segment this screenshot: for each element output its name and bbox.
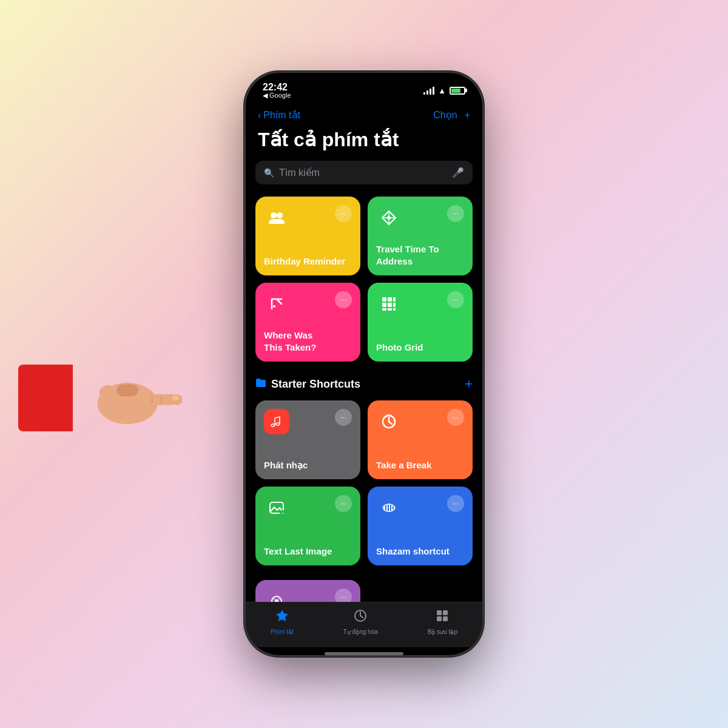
photo-grid-name: Photo Grid: [376, 342, 464, 354]
shortcut-card-text-image[interactable]: + ··· Text Last Image: [255, 487, 360, 565]
status-icons: ▲: [423, 86, 465, 95]
svg-point-7: [172, 396, 179, 401]
back-button-label[interactable]: Phím tắt: [263, 109, 300, 121]
svg-rect-14: [382, 297, 386, 302]
content-area: Tất cả phím tắt 🔍 Tìm kiếm 🎤: [246, 128, 482, 602]
phone-frame: 22:42 ◀ Google ▲: [246, 73, 482, 655]
choose-button[interactable]: Chọn: [433, 109, 457, 121]
starter-section-title: Starter Shortcuts: [271, 378, 360, 391]
microphone-icon[interactable]: 🎤: [452, 167, 464, 178]
svg-rect-40: [437, 610, 442, 615]
starter-folder-icon: [255, 378, 266, 390]
text-image-icon: +: [264, 495, 289, 521]
shortcuts-tab-icon: [275, 608, 289, 627]
svg-rect-20: [382, 308, 386, 311]
automation-tab-icon: [353, 608, 368, 627]
tab-automation[interactable]: Tự động hóa: [343, 608, 378, 635]
svg-rect-34: [394, 506, 395, 510]
travel-name: Travel Time To Address: [376, 243, 464, 267]
svg-point-8: [271, 212, 277, 218]
travel-more-button[interactable]: ···: [447, 205, 464, 222]
shortcut-card-partial[interactable]: ···: [255, 580, 360, 602]
svg-rect-19: [393, 303, 396, 307]
gallery-tab-label: Bộ sưu tập: [428, 629, 457, 635]
shazam-name: Shazam shortcut: [376, 545, 464, 558]
shazam-icon: [376, 495, 402, 521]
svg-rect-33: [391, 505, 393, 511]
svg-rect-4: [116, 385, 138, 397]
birthday-name: Birthday Reminder: [264, 255, 352, 268]
where-taken-icon: [264, 291, 289, 317]
starter-section-header: Starter Shortcuts +: [255, 376, 473, 392]
birthday-icon: [264, 205, 289, 231]
back-label: ◀ Google: [263, 92, 291, 99]
search-input[interactable]: Tìm kiếm: [279, 167, 447, 178]
text-image-more-button[interactable]: ···: [335, 495, 352, 512]
nav-actions: Chọn +: [433, 109, 470, 121]
add-button[interactable]: +: [465, 110, 470, 121]
music-name: Phát nhạc: [264, 459, 352, 471]
my-shortcuts-grid: ··· Birthday Reminder: [255, 197, 473, 362]
battery-icon: [450, 87, 465, 95]
birthday-more-button[interactable]: ···: [335, 205, 352, 222]
tab-shortcuts[interactable]: Phím tắt: [271, 608, 294, 635]
starter-shortcuts-grid: ··· Phát nhạc: [255, 400, 473, 565]
svg-rect-41: [443, 610, 448, 615]
shortcut-card-shazam[interactable]: ··· Shazam shortcut: [368, 487, 473, 565]
shortcut-card-birthday[interactable]: ··· Birthday Reminder: [255, 197, 360, 275]
svg-rect-15: [388, 297, 392, 302]
svg-rect-32: [389, 504, 390, 512]
music-more-button[interactable]: ···: [335, 409, 352, 426]
shazam-more-button[interactable]: ···: [447, 495, 464, 512]
where-taken-more-button[interactable]: ···: [335, 291, 352, 308]
shortcut-card-break[interactable]: ··· Take a Break: [368, 400, 473, 479]
navigation-bar: ‹ Phím tắt Chọn +: [246, 104, 482, 128]
automation-tab-label: Tự động hóa: [343, 629, 378, 635]
svg-line-25: [389, 422, 392, 424]
starter-add-button[interactable]: +: [465, 376, 473, 392]
shortcuts-tab-label: Phím tắt: [271, 629, 294, 635]
svg-point-13: [273, 305, 275, 308]
text-image-name: Text Last Image: [264, 545, 352, 558]
photo-grid-icon: [376, 291, 402, 317]
tab-bar: Phím tắt Tự động hóa: [246, 602, 482, 647]
shortcut-card-travel[interactable]: ··· Travel Time To Address: [368, 197, 473, 275]
tab-gallery[interactable]: Bộ sưu tập: [428, 608, 457, 635]
break-name: Take a Break: [376, 459, 464, 471]
search-icon: 🔍: [264, 168, 274, 178]
svg-point-27: [272, 503, 274, 505]
hand-illustration: [18, 356, 182, 440]
search-bar[interactable]: 🔍 Tìm kiếm 🎤: [255, 161, 473, 184]
break-more-button[interactable]: ···: [447, 409, 464, 426]
gallery-tab-icon: [435, 608, 450, 627]
where-taken-name: Where WasThis Taken?: [264, 329, 352, 353]
svg-rect-17: [382, 303, 386, 307]
shortcut-card-music[interactable]: ··· Phát nhạc: [255, 400, 360, 479]
svg-text:+: +: [281, 511, 284, 516]
svg-rect-18: [388, 303, 392, 307]
partial-icon: [264, 588, 289, 602]
back-chevron-icon: ‹: [258, 110, 261, 121]
svg-rect-22: [393, 308, 396, 311]
music-icon: [264, 409, 289, 434]
home-indicator: [325, 652, 403, 655]
break-icon: [376, 409, 402, 434]
shortcut-card-where-taken[interactable]: ··· Where WasThis Taken?: [255, 283, 360, 362]
svg-rect-43: [443, 616, 448, 621]
partial-more-button[interactable]: ···: [335, 588, 352, 602]
back-button[interactable]: ‹ Phím tắt: [258, 109, 300, 121]
svg-rect-21: [388, 308, 392, 311]
svg-point-9: [277, 212, 283, 218]
shortcut-card-photo-grid[interactable]: ··· Photo Grid: [368, 283, 473, 362]
pointing-hand-icon: [73, 356, 182, 440]
svg-rect-42: [437, 616, 442, 621]
red-sleeve: [18, 365, 73, 431]
signal-icon: [423, 86, 434, 95]
photo-grid-more-button[interactable]: ···: [447, 291, 464, 308]
page-title: Tất cả phím tắt: [255, 128, 473, 151]
svg-line-39: [360, 616, 363, 618]
dynamic-island: [328, 80, 400, 101]
svg-rect-31: [386, 505, 388, 511]
svg-rect-30: [384, 506, 385, 510]
wifi-icon: ▲: [438, 86, 446, 95]
